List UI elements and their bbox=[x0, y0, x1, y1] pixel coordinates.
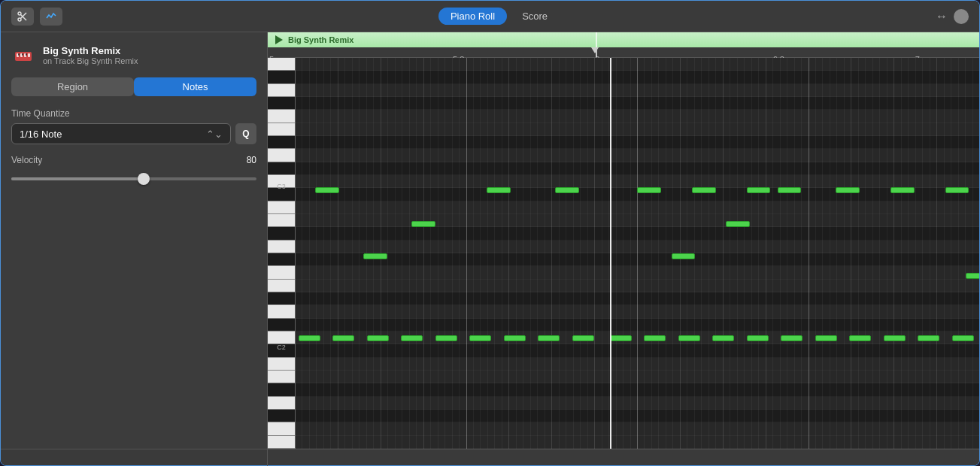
track-info: Big Synth Remix on Track Big Synth Remix bbox=[11, 43, 256, 67]
svg-rect-12 bbox=[26, 53, 27, 56]
content-area: Big Synth Remix on Track Big Synth Remix… bbox=[1, 32, 979, 449]
svg-rect-11 bbox=[22, 53, 23, 56]
midi-note[interactable] bbox=[469, 335, 491, 341]
toolbar-left bbox=[11, 8, 62, 26]
velocity-slider[interactable] bbox=[11, 171, 256, 186]
track-name: Big Synth Remix bbox=[43, 45, 138, 56]
playhead-marker-header bbox=[595, 47, 602, 53]
midi-note[interactable] bbox=[644, 335, 666, 341]
resize-icon[interactable]: ↔ bbox=[936, 10, 948, 23]
region-notes-tabs: Region Notes bbox=[11, 77, 256, 96]
slider-fill bbox=[11, 177, 144, 180]
track-text: Big Synth Remix on Track Big Synth Remix bbox=[43, 45, 138, 65]
track-subtitle: on Track Big Synth Remix bbox=[43, 56, 138, 65]
midi-note[interactable] bbox=[884, 335, 906, 341]
midi-note[interactable] bbox=[555, 187, 579, 193]
region-play-icon bbox=[274, 35, 284, 45]
midi-note[interactable] bbox=[572, 335, 594, 341]
midi-note[interactable] bbox=[952, 335, 974, 341]
midi-note[interactable] bbox=[966, 273, 979, 279]
bottom-bar bbox=[1, 449, 979, 465]
midi-note[interactable] bbox=[778, 187, 802, 193]
left-panel: Big Synth Remix on Track Big Synth Remix… bbox=[1, 32, 268, 449]
midi-note[interactable] bbox=[747, 187, 771, 193]
midi-note[interactable] bbox=[504, 335, 526, 341]
note-grid[interactable] bbox=[295, 58, 979, 449]
chevron-icon: ⌃⌄ bbox=[206, 129, 223, 140]
midi-note[interactable] bbox=[781, 335, 803, 341]
midi-note[interactable] bbox=[836, 187, 860, 193]
track-icon bbox=[11, 43, 35, 67]
quantize-value: 1/16 Note bbox=[20, 129, 62, 140]
midi-note[interactable] bbox=[692, 187, 716, 193]
velocity-value: 80 bbox=[247, 155, 256, 165]
svg-marker-13 bbox=[275, 35, 283, 44]
midi-note[interactable] bbox=[890, 187, 915, 193]
notes-tab[interactable]: Notes bbox=[134, 77, 256, 96]
svg-point-1 bbox=[18, 18, 21, 21]
region-bar: Big Synth Remix bbox=[268, 32, 979, 47]
top-toolbar: Piano Roll Score ↔ bbox=[1, 1, 979, 32]
midi-note[interactable] bbox=[815, 335, 837, 341]
midi-note[interactable] bbox=[315, 187, 339, 193]
quantize-row: 1/16 Note ⌃⌄ Q bbox=[11, 123, 256, 144]
svg-point-0 bbox=[18, 12, 21, 15]
q-button[interactable]: Q bbox=[235, 123, 256, 144]
midi-note[interactable] bbox=[299, 335, 320, 341]
piano-grid-area: // We'll render piano keys inline via th… bbox=[268, 58, 979, 449]
midi-note[interactable] bbox=[538, 335, 560, 341]
slider-thumb[interactable] bbox=[138, 173, 150, 185]
scissors-icon[interactable] bbox=[11, 8, 34, 26]
toolbar-center: Piano Roll Score bbox=[438, 8, 560, 25]
midi-note[interactable] bbox=[678, 335, 700, 341]
slider-track bbox=[11, 177, 256, 180]
midi-note[interactable] bbox=[747, 335, 769, 341]
midi-note[interactable] bbox=[332, 335, 354, 341]
midi-note[interactable] bbox=[401, 335, 423, 341]
toolbar-right: ↔ bbox=[936, 9, 969, 24]
midi-note[interactable] bbox=[712, 335, 734, 341]
midi-note[interactable] bbox=[637, 187, 661, 193]
midi-note[interactable] bbox=[367, 335, 389, 341]
smart-controls-icon[interactable] bbox=[40, 8, 62, 26]
midi-note[interactable] bbox=[435, 335, 457, 341]
bottom-divider bbox=[267, 449, 268, 466]
midi-note[interactable] bbox=[363, 253, 387, 259]
midi-note[interactable] bbox=[726, 221, 750, 227]
keys-container: // We'll render piano keys inline via th… bbox=[268, 58, 295, 449]
timeline-header: Big Synth Remix 5 5.3 6 6.3 7 bbox=[268, 32, 979, 58]
time-quantize-label: Time Quantize bbox=[11, 108, 256, 119]
piano-keys: // We'll render piano keys inline via th… bbox=[268, 58, 295, 449]
midi-note[interactable] bbox=[918, 335, 939, 341]
main-window: Piano Roll Score ↔ bbox=[0, 0, 980, 466]
velocity-row: Velocity 80 bbox=[11, 155, 256, 165]
piano-roll-tab[interactable]: Piano Roll bbox=[438, 8, 507, 25]
grid-playhead bbox=[610, 58, 611, 449]
region-bar-label: Big Synth Remix bbox=[288, 35, 353, 44]
midi-note[interactable] bbox=[672, 253, 696, 259]
c2-key-label: C2 bbox=[268, 343, 295, 351]
midi-note[interactable] bbox=[487, 187, 511, 193]
midi-note[interactable] bbox=[945, 187, 969, 193]
velocity-label: Velocity bbox=[11, 155, 42, 165]
midi-note[interactable] bbox=[610, 335, 632, 341]
playhead-line-header bbox=[596, 32, 597, 57]
piano-roll-area: Big Synth Remix 5 5.3 6 6.3 7 bbox=[268, 32, 979, 449]
piano-keys-visual bbox=[268, 58, 295, 449]
score-tab[interactable]: Score bbox=[510, 8, 560, 25]
midi-note[interactable] bbox=[411, 221, 435, 227]
c3-key-label: C3 bbox=[268, 183, 295, 190]
record-button[interactable] bbox=[954, 9, 969, 24]
svg-rect-9 bbox=[28, 53, 30, 57]
quantize-select[interactable]: 1/16 Note ⌃⌄ bbox=[11, 123, 231, 144]
region-tab[interactable]: Region bbox=[11, 77, 134, 96]
svg-rect-10 bbox=[18, 53, 20, 56]
midi-note[interactable] bbox=[849, 335, 871, 341]
